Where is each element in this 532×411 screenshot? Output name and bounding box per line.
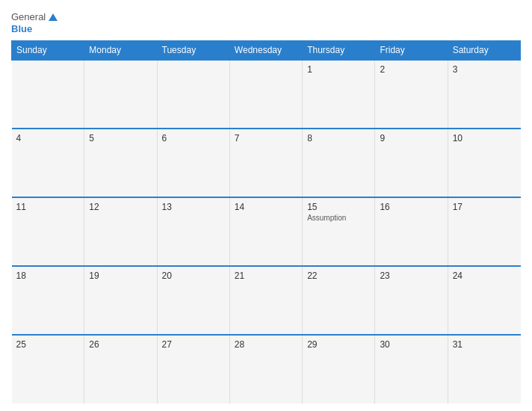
day-number: 21	[235, 271, 297, 281]
calendar-cell: 9	[375, 129, 448, 197]
week-row-3: 1112131415Assumption1617	[12, 197, 521, 266]
calendar-cell: 7	[229, 129, 302, 197]
calendar-cell: 13	[157, 197, 229, 266]
day-number: 3	[453, 64, 516, 75]
day-number: 22	[307, 271, 370, 281]
day-number: 23	[380, 271, 442, 281]
calendar-cell: 31	[448, 335, 520, 404]
calendar-cell	[12, 60, 84, 129]
calendar-cell: 6	[157, 129, 229, 197]
calendar-cell: 20	[157, 266, 229, 335]
calendar-cell: 5	[84, 129, 157, 197]
day-number: 10	[453, 133, 516, 143]
calendar-cell: 26	[84, 335, 157, 404]
day-number: 27	[162, 339, 225, 350]
calendar-cell: 27	[157, 335, 229, 404]
day-number: 8	[307, 133, 370, 143]
day-number: 25	[16, 339, 80, 350]
day-number: 19	[89, 271, 152, 281]
logo-blue: Blue	[11, 23, 32, 35]
calendar-table: SundayMondayTuesdayWednesdayThursdayFrid…	[11, 40, 521, 404]
day-number: 11	[16, 202, 80, 212]
calendar-cell: 24	[448, 266, 520, 335]
day-number: 24	[453, 271, 516, 281]
weekday-header-wednesday: Wednesday	[229, 41, 302, 61]
calendar-cell: 19	[84, 266, 157, 335]
calendar-header: General Blue	[11, 7, 521, 40]
week-row-1: 123	[12, 60, 521, 129]
calendar-cell: 1	[303, 60, 375, 129]
weekday-header-sunday: Sunday	[12, 41, 84, 61]
calendar-cell: 23	[375, 266, 448, 335]
calendar-cell: 2	[375, 60, 448, 129]
calendar-cell	[157, 60, 229, 129]
calendar-cell: 28	[229, 335, 302, 404]
calendar-cell: 16	[375, 197, 448, 266]
weekday-header-row: SundayMondayTuesdayWednesdayThursdayFrid…	[12, 41, 521, 61]
day-number: 9	[380, 133, 442, 143]
weekday-header-monday: Monday	[84, 41, 157, 61]
day-number: 13	[162, 202, 225, 212]
week-row-2: 45678910	[12, 129, 521, 197]
calendar-cell: 4	[12, 129, 84, 197]
logo: General Blue	[11, 11, 58, 34]
calendar-cell: 15Assumption	[303, 197, 375, 266]
day-number: 30	[380, 339, 442, 350]
calendar-cell	[84, 60, 157, 129]
calendar-cell: 12	[84, 197, 157, 266]
day-number: 15	[307, 202, 370, 212]
day-number: 20	[162, 271, 225, 281]
day-number: 2	[380, 64, 442, 75]
day-number: 17	[453, 202, 516, 212]
calendar-container: General Blue SundayMondayTuesdayWednesda…	[0, 0, 532, 411]
day-number: 7	[235, 133, 297, 143]
calendar-cell: 25	[12, 335, 84, 404]
weekday-header-thursday: Thursday	[303, 41, 375, 61]
calendar-cell	[229, 60, 302, 129]
day-number: 12	[89, 202, 152, 212]
calendar-cell: 10	[448, 129, 520, 197]
day-number: 14	[235, 202, 297, 212]
calendar-cell: 21	[229, 266, 302, 335]
calendar-cell: 11	[12, 197, 84, 266]
week-row-5: 25262728293031	[12, 335, 521, 404]
calendar-cell: 3	[448, 60, 520, 129]
weekday-header-saturday: Saturday	[448, 41, 520, 61]
week-row-4: 18192021222324	[12, 266, 521, 335]
day-number: 4	[16, 133, 80, 143]
calendar-cell: 8	[303, 129, 375, 197]
day-number: 26	[89, 339, 152, 350]
day-number: 18	[16, 271, 80, 281]
calendar-cell: 18	[12, 266, 84, 335]
calendar-cell: 22	[303, 266, 375, 335]
day-number: 5	[89, 133, 152, 143]
calendar-cell: 14	[229, 197, 302, 266]
day-number: 1	[307, 64, 370, 75]
calendar-cell: 29	[303, 335, 375, 404]
day-number: 16	[380, 202, 442, 212]
logo-triangle-icon	[49, 13, 58, 21]
day-number: 6	[162, 133, 225, 143]
calendar-cell: 17	[448, 197, 520, 266]
calendar-cell: 30	[375, 335, 448, 404]
day-number: 29	[307, 339, 370, 350]
day-number: 31	[453, 339, 516, 350]
logo-general: General	[11, 11, 46, 23]
day-number: 28	[235, 339, 297, 350]
day-event: Assumption	[307, 214, 370, 222]
weekday-header-friday: Friday	[375, 41, 448, 61]
weekday-header-tuesday: Tuesday	[157, 41, 229, 61]
